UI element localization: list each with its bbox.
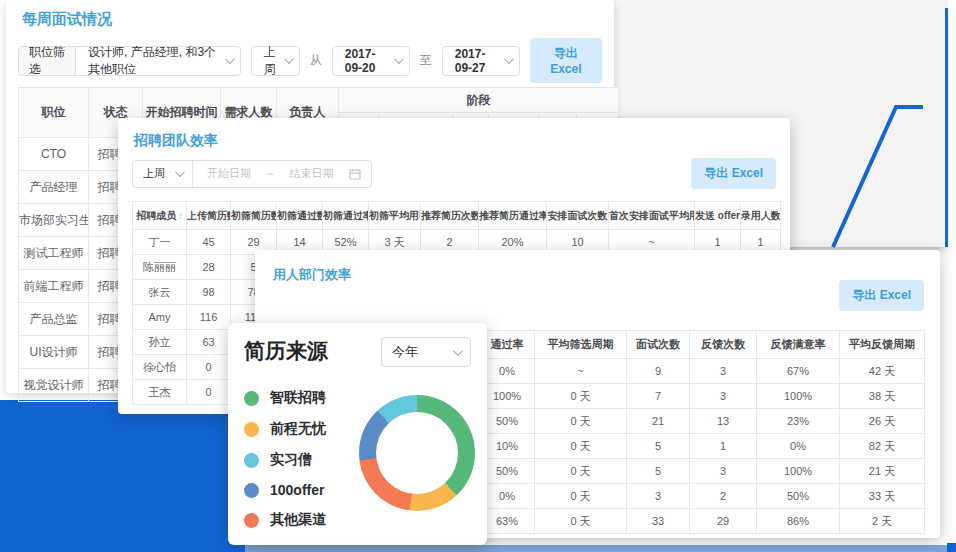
table-cell: ~ [535, 359, 627, 384]
table-cell: 42 天 [840, 359, 925, 384]
table-cell: 3 [690, 359, 757, 384]
table-cell: 10% [480, 434, 535, 459]
table-cell: 张云 [133, 280, 187, 305]
table-cell: 50% [757, 484, 840, 509]
table-cell: 0 天 [535, 509, 627, 534]
table-cell: 0 天 [535, 384, 627, 409]
table-cell: 2 [690, 484, 757, 509]
table-cell: 产品总监 [19, 303, 89, 336]
table-cell: 孙立 [133, 330, 187, 355]
team-filter-bar: 上周 开始日期 ~ 结束日期 导出 Excel [132, 158, 776, 189]
column-header: 推荐简历次数 [421, 202, 479, 230]
page: 每周面试情况 职位筛选 设计师, 产品经理, 和3个其他职位 上周 从 2017… [0, 0, 956, 552]
legend-label: 前程无忧 [270, 420, 326, 438]
table-cell: 23% [757, 409, 840, 434]
table-cell: 116 [187, 305, 231, 330]
table-cell: 3 [627, 484, 690, 509]
panel-title-weekly: 每周面试情况 [22, 10, 602, 29]
chevron-down-icon [175, 167, 185, 177]
end-date-placeholder[interactable]: 结束日期 [275, 166, 347, 181]
column-header: 上传简历数 [187, 202, 231, 230]
legend-item: 智联招聘 [244, 389, 326, 407]
week-range-select[interactable]: 上周 [133, 161, 193, 187]
column-header: 反馈次数 [690, 331, 757, 359]
table-cell: Amy [133, 305, 187, 330]
table-cell: 100% [757, 459, 840, 484]
position-filter-value: 设计师, 产品经理, 和3个其他职位 [88, 44, 217, 78]
table-cell: 33 天 [840, 484, 925, 509]
background-blue-square [947, 543, 956, 552]
chevron-down-icon [453, 346, 463, 356]
resume-source-panel: 简历来源 今年 智联招聘前程无忧实习僧100offer其他渠道 [228, 323, 487, 545]
table-cell: 33 [627, 509, 690, 534]
start-date-placeholder[interactable]: 开始日期 [193, 166, 265, 181]
position-filter-label: 职位筛选 [19, 47, 76, 75]
legend-label: 100offer [270, 482, 324, 498]
table-cell: 5 [627, 459, 690, 484]
legend-item: 前程无忧 [244, 420, 326, 438]
table-cell: 产品经理 [19, 171, 89, 204]
from-date-select[interactable]: 2017-09-20 [332, 46, 410, 76]
range-tilde: ~ [265, 168, 275, 180]
legend-color-dot [244, 391, 259, 406]
table-cell: 67% [757, 359, 840, 384]
column-header: 推荐简历通过率 [479, 202, 547, 230]
table-cell: 9 [627, 359, 690, 384]
column-header[interactable]: 招聘成员↕ [133, 202, 187, 230]
chevron-down-icon [504, 54, 514, 64]
table-cell: 王杰 [133, 380, 187, 405]
legend-item: 其他渠道 [244, 511, 326, 529]
column-header: 通过率 [480, 331, 535, 359]
calendar-icon [349, 168, 361, 180]
decorative-zigzag-line [820, 95, 930, 251]
table-cell: 7 [627, 384, 690, 409]
weekly-filter-bar: 职位筛选 设计师, 产品经理, 和3个其他职位 上周 从 2017-09-20 [18, 38, 602, 83]
table-cell: 0% [757, 434, 840, 459]
column-header: 录用人数 [741, 202, 781, 230]
column-header: 反馈满意率 [757, 331, 840, 359]
export-excel-button[interactable]: 导出 Excel [530, 38, 602, 83]
table-cell: 0% [480, 484, 535, 509]
table-cell: 28 [187, 255, 231, 280]
table-cell: 63% [480, 509, 535, 534]
table-cell: 45 [187, 230, 231, 255]
position-filter-select[interactable]: 职位筛选 设计师, 产品经理, 和3个其他职位 [18, 46, 241, 76]
table-cell: 3 [690, 384, 757, 409]
legend-color-dot [244, 483, 259, 498]
legend-color-dot [244, 422, 259, 437]
table-cell: 3 [690, 459, 757, 484]
date-range-picker[interactable]: 上周 开始日期 ~ 结束日期 [132, 160, 372, 188]
table-cell: 徐心怡 [133, 355, 187, 380]
table-cell: 1 [690, 434, 757, 459]
panel-title-dept: 用人部门效率 [273, 266, 924, 284]
period-select[interactable]: 今年 [381, 337, 471, 367]
column-header: 初筛简历数 [231, 202, 277, 230]
column-header: 平均反馈周期 [840, 331, 925, 359]
table-cell: 陈丽丽 [133, 255, 187, 280]
table-cell: 2 天 [840, 509, 925, 534]
to-date-select[interactable]: 2017-09-27 [442, 46, 520, 76]
panel-title-team: 招聘团队效率 [134, 132, 776, 150]
column-header: 首次安排面试平均用时 [609, 202, 695, 230]
from-label: 从 [310, 52, 322, 69]
column-header: 面试次数 [627, 331, 690, 359]
export-excel-button[interactable]: 导出 Excel [691, 158, 776, 189]
table-cell: 98 [187, 280, 231, 305]
table-cell: 0% [480, 359, 535, 384]
to-date-value: 2017-09-27 [455, 47, 496, 75]
table-cell: 50% [480, 409, 535, 434]
table-cell: 50% [480, 459, 535, 484]
table-cell: UI设计师 [19, 336, 89, 369]
sort-icon[interactable]: ↕ [178, 211, 183, 221]
table-cell: CTO [19, 138, 89, 171]
export-excel-button[interactable]: 导出 Excel [839, 280, 924, 311]
col-group-stage: 阶段 [339, 88, 619, 113]
table-cell: 测试工程师 [19, 237, 89, 270]
column-header: 平均筛选周期 [535, 331, 627, 359]
week-range-select[interactable]: 上周 [251, 46, 300, 76]
table-cell: 0 天 [535, 434, 627, 459]
legend-color-dot [244, 513, 259, 528]
table-cell: 63 [187, 330, 231, 355]
table-cell: 100% [480, 384, 535, 409]
table-cell: 0 天 [535, 459, 627, 484]
